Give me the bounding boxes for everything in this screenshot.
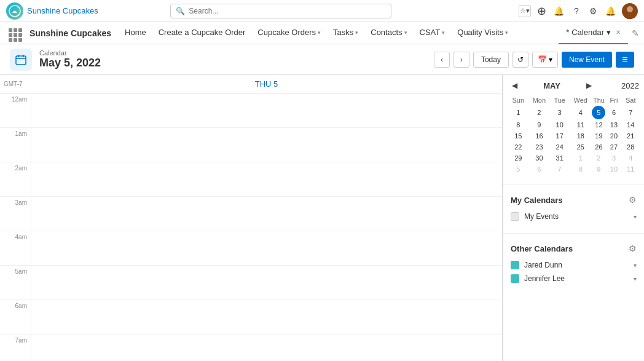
other-calendars-gear-icon[interactable]: ⚙ bbox=[629, 244, 637, 253]
mini-cal-day[interactable]: 9 bbox=[592, 164, 605, 175]
view-selector-button[interactable]: 📅 ▾ bbox=[532, 52, 558, 68]
grid-menu-icon[interactable] bbox=[5, 25, 22, 42]
nav-item-csat[interactable]: CSAT ▾ bbox=[414, 22, 452, 44]
mini-cal-header: ◀ MAY ▶ 2022 bbox=[508, 80, 639, 91]
mini-cal-day[interactable]: 30 bbox=[528, 153, 551, 164]
alerts-icon[interactable]: 🔔 bbox=[605, 5, 617, 17]
settings-icon[interactable]: ⚙ bbox=[587, 5, 600, 17]
time-label: 6am bbox=[0, 300, 31, 334]
search-bar[interactable]: 🔍 bbox=[170, 4, 391, 18]
mini-cal-day[interactable]: 1 bbox=[508, 106, 528, 119]
mini-cal-day[interactable]: 1 bbox=[569, 153, 592, 164]
mini-next-month-button[interactable]: ▶ bbox=[583, 80, 595, 91]
mini-cal-day[interactable]: 4 bbox=[622, 153, 639, 164]
nav-item-create-order[interactable]: Create a Cupcake Order bbox=[152, 22, 252, 44]
mini-month: MAY bbox=[543, 81, 560, 90]
next-day-button[interactable]: › bbox=[454, 52, 469, 68]
mini-cal-day[interactable]: 4 bbox=[569, 106, 592, 119]
mini-cal-day[interactable]: 12 bbox=[592, 119, 605, 130]
mini-cal-day[interactable]: 2 bbox=[592, 153, 605, 164]
mini-cal-day[interactable]: 9 bbox=[528, 119, 551, 130]
mini-cal-day[interactable]: 14 bbox=[622, 119, 639, 130]
mini-cal-day[interactable]: 11 bbox=[622, 164, 639, 175]
jared-dunn-chevron-icon[interactable]: ▾ bbox=[634, 262, 637, 269]
avatar[interactable] bbox=[622, 3, 638, 19]
mini-cal-day[interactable]: 25 bbox=[569, 141, 592, 153]
mini-cal-day[interactable]: 3 bbox=[605, 153, 622, 164]
mini-cal-day[interactable]: 29 bbox=[508, 153, 528, 164]
mini-cal-day[interactable]: 7 bbox=[550, 164, 569, 175]
mini-prev-month-button[interactable]: ◀ bbox=[508, 80, 521, 91]
prev-day-button[interactable]: ‹ bbox=[434, 52, 450, 68]
chevron-icon: ▾ bbox=[404, 30, 407, 36]
my-calendars-section: My Calendars ⚙ My Events ▾ bbox=[503, 190, 644, 228]
app-logo bbox=[6, 2, 23, 20]
calendar-title: Calendar May 5, 2022 bbox=[39, 49, 101, 69]
mini-cal-day[interactable]: 15 bbox=[508, 130, 528, 141]
mini-cal-day[interactable]: 16 bbox=[528, 130, 551, 141]
favorites-icon[interactable]: ☆▾ bbox=[519, 5, 531, 17]
mini-cal-day[interactable]: 28 bbox=[622, 141, 639, 153]
notification-icon[interactable]: 🔔 bbox=[553, 5, 565, 17]
mini-cal-day[interactable]: 18 bbox=[569, 130, 592, 141]
mini-cal-day[interactable]: 11 bbox=[569, 119, 592, 130]
mini-cal-day[interactable]: 27 bbox=[605, 141, 622, 153]
my-calendars-gear-icon[interactable]: ⚙ bbox=[629, 195, 637, 205]
mini-cal-day[interactable]: 7 bbox=[622, 106, 639, 119]
today-button[interactable]: Today bbox=[473, 52, 509, 68]
calendar-label: Calendar bbox=[39, 49, 101, 57]
my-calendars-header: My Calendars ⚙ bbox=[511, 195, 637, 205]
time-label: 2am bbox=[0, 162, 31, 196]
new-event-button[interactable]: New Event bbox=[562, 52, 612, 68]
mini-cal-day[interactable]: 5 bbox=[592, 106, 605, 119]
calendar-date: May 5, 2022 bbox=[39, 57, 101, 69]
nav-item-contacts[interactable]: Contacts ▾ bbox=[364, 22, 413, 44]
mini-cal-day[interactable]: 5 bbox=[508, 164, 528, 175]
jared-dunn-item: Jared Dunn ▾ bbox=[511, 258, 637, 272]
jennifer-lee-chevron-icon[interactable]: ▾ bbox=[634, 276, 637, 282]
mini-cal-day[interactable]: 2 bbox=[528, 106, 551, 119]
mini-cal-day[interactable]: 31 bbox=[550, 153, 569, 164]
mini-cal-day[interactable]: 8 bbox=[508, 119, 528, 130]
mini-cal-day[interactable]: 8 bbox=[569, 164, 592, 175]
time-cell bbox=[31, 93, 502, 127]
nav-item-cupcake-orders[interactable]: Cupcake Orders ▾ bbox=[251, 22, 327, 44]
edit-icon[interactable]: ✎ bbox=[632, 28, 639, 38]
time-row: 3am bbox=[0, 197, 502, 231]
help-icon[interactable]: ? bbox=[570, 5, 583, 17]
search-input[interactable] bbox=[189, 7, 386, 15]
mini-cal-day[interactable]: 24 bbox=[550, 141, 569, 153]
mini-cal-day[interactable]: 10 bbox=[550, 119, 569, 130]
time-row: 2am bbox=[0, 162, 502, 197]
mini-cal-day[interactable]: 6 bbox=[605, 106, 622, 119]
my-events-color bbox=[511, 212, 519, 221]
my-calendars-title: My Calendars bbox=[511, 196, 563, 205]
mini-cal-day[interactable]: 10 bbox=[605, 164, 622, 175]
mini-calendar-grid: Sun Mon Tue Wed Thu Fri Sat 123456789101… bbox=[508, 95, 639, 175]
nav-item-quality-visits[interactable]: Quality Visits ▾ bbox=[451, 22, 514, 44]
refresh-button[interactable]: ↺ bbox=[512, 52, 528, 68]
mini-cal-day[interactable]: 26 bbox=[592, 141, 605, 153]
mini-cal-day[interactable]: 23 bbox=[528, 141, 551, 153]
logo-area: Sunshine Cupcakes bbox=[6, 2, 104, 20]
calendar-view-icon: 📅 bbox=[538, 55, 547, 64]
list-view-button[interactable]: ≡ bbox=[616, 52, 634, 68]
calendar-controls: ‹ › Today ↺ 📅 ▾ New Event ≡ bbox=[434, 52, 634, 68]
mini-cal-day[interactable]: 22 bbox=[508, 141, 528, 153]
mini-cal-day[interactable]: 6 bbox=[528, 164, 551, 175]
mini-cal-day[interactable]: 13 bbox=[605, 119, 622, 130]
time-grid[interactable]: 12am 1am 2am 3am 4am 5am bbox=[0, 93, 502, 361]
nav-item-tasks[interactable]: Tasks ▾ bbox=[327, 22, 364, 44]
mini-cal-day[interactable]: 21 bbox=[622, 130, 639, 141]
day-header-fri: Fri bbox=[605, 95, 622, 106]
mini-cal-day[interactable]: 17 bbox=[550, 130, 569, 141]
my-events-chevron-icon[interactable]: ▾ bbox=[634, 213, 637, 220]
mini-cal-day[interactable]: 19 bbox=[592, 130, 605, 141]
add-icon[interactable]: ⊕ bbox=[536, 5, 548, 17]
time-cell bbox=[31, 300, 502, 334]
close-tab-icon[interactable]: ✕ bbox=[616, 29, 621, 36]
nav-item-home[interactable]: Home bbox=[119, 22, 152, 44]
mini-cal-day[interactable]: 3 bbox=[550, 106, 569, 119]
mini-cal-day[interactable]: 20 bbox=[605, 130, 622, 141]
tab-calendar[interactable]: * Calendar ▾ ✕ bbox=[559, 22, 628, 44]
